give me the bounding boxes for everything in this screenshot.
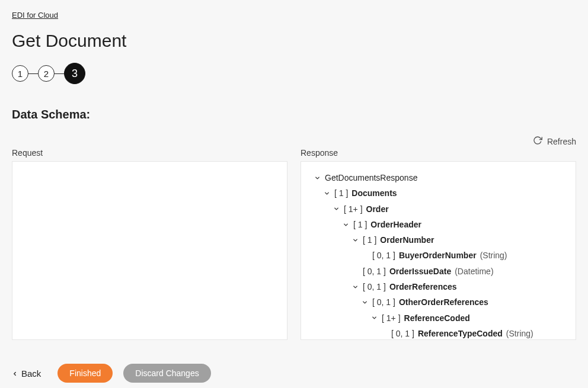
chevron-down-icon[interactable] bbox=[332, 206, 340, 212]
tree-node[interactable]: [ 0, 1 ] OrderReferences bbox=[305, 279, 572, 294]
finished-button[interactable]: Finished bbox=[57, 364, 113, 383]
request-label: Request bbox=[12, 148, 287, 158]
section-heading: Data Schema: bbox=[12, 108, 576, 121]
tree-node-name: OrderIssueDate bbox=[389, 265, 451, 277]
chevron-down-icon[interactable] bbox=[370, 315, 378, 321]
tree-node: [ 0, 1 ] OrderIssueDate (Datetime) bbox=[305, 264, 572, 279]
chevron-down-icon[interactable] bbox=[313, 175, 321, 181]
tree-node: [ 0, 1 ] BuyerOrderNumber (String) bbox=[305, 248, 572, 263]
tree-node-name: Order bbox=[366, 203, 389, 215]
tree-node-type: (Datetime) bbox=[455, 265, 493, 277]
tree-node-name: ReferenceTypeCoded bbox=[418, 328, 503, 339]
tree-cardinality: [ 1+ ] bbox=[344, 203, 363, 215]
tree-node-name: OrderReferences bbox=[389, 281, 457, 293]
stepper: 1 2 3 bbox=[12, 63, 576, 84]
request-panel bbox=[12, 161, 287, 340]
chevron-down-icon[interactable] bbox=[322, 190, 331, 197]
tree-node-type: (String) bbox=[506, 328, 533, 339]
back-label: Back bbox=[21, 368, 41, 379]
tree-node-name: Documents bbox=[351, 187, 397, 199]
tree-node[interactable]: [ 1 ] OrderNumber bbox=[305, 232, 572, 248]
chevron-down-icon[interactable] bbox=[351, 284, 359, 290]
tree-cardinality: [ 1+ ] bbox=[382, 312, 401, 324]
discard-button[interactable]: Discard Changes bbox=[123, 364, 210, 383]
tree-node: [ 0, 1 ] ReferenceTypeCoded (String) bbox=[305, 326, 572, 340]
tree-node-type: (String) bbox=[480, 249, 507, 261]
tree-cardinality: [ 1 ] bbox=[363, 234, 376, 246]
chevron-down-icon[interactable] bbox=[341, 222, 350, 228]
step-1[interactable]: 1 bbox=[12, 65, 28, 82]
tree-node[interactable]: [ 1 ] Documents bbox=[305, 185, 572, 201]
tree-node[interactable]: [ 0, 1 ] OtherOrderReferences bbox=[305, 294, 572, 310]
tree-node-name: GetDocumentsResponse bbox=[325, 172, 417, 184]
tree-node[interactable]: [ 1 ] OrderHeader bbox=[305, 217, 572, 232]
refresh-label: Refresh bbox=[547, 137, 576, 146]
tree-node[interactable]: GetDocumentsResponse bbox=[305, 170, 572, 185]
step-2[interactable]: 2 bbox=[38, 65, 55, 82]
response-label: Response bbox=[301, 148, 576, 158]
chevron-left-icon bbox=[12, 368, 18, 379]
breadcrumb[interactable]: EDI for Cloud bbox=[12, 11, 58, 20]
step-connector bbox=[55, 73, 64, 74]
tree-node[interactable]: [ 1+ ] ReferenceCoded bbox=[305, 310, 572, 326]
tree-cardinality: [ 0, 1 ] bbox=[363, 265, 386, 277]
tree-cardinality: [ 1 ] bbox=[353, 219, 367, 230]
page-title: Get Document bbox=[12, 31, 576, 51]
tree-node[interactable]: [ 1+ ] Order bbox=[305, 201, 572, 217]
chevron-down-icon[interactable] bbox=[360, 299, 369, 306]
step-3[interactable]: 3 bbox=[64, 63, 85, 84]
chevron-down-icon[interactable] bbox=[351, 237, 359, 243]
tree-cardinality: [ 0, 1 ] bbox=[372, 296, 395, 308]
tree-cardinality: [ 1 ] bbox=[334, 187, 348, 199]
refresh-icon bbox=[533, 136, 542, 147]
tree-node-name: ReferenceCoded bbox=[404, 312, 470, 324]
refresh-button[interactable]: Refresh bbox=[12, 136, 576, 147]
tree-cardinality: [ 0, 1 ] bbox=[372, 249, 395, 261]
tree-node-name: BuyerOrderNumber bbox=[399, 249, 477, 261]
response-panel[interactable]: GetDocumentsResponse[ 1 ] Documents[ 1+ … bbox=[301, 161, 576, 340]
tree-node-name: OtherOrderReferences bbox=[399, 296, 488, 308]
step-connector bbox=[28, 73, 38, 74]
tree-cardinality: [ 0, 1 ] bbox=[391, 328, 414, 339]
tree-node-name: OrderHeader bbox=[370, 219, 421, 230]
back-button[interactable]: Back bbox=[12, 368, 41, 379]
tree-node-name: OrderNumber bbox=[380, 234, 434, 246]
tree-cardinality: [ 0, 1 ] bbox=[363, 281, 386, 293]
